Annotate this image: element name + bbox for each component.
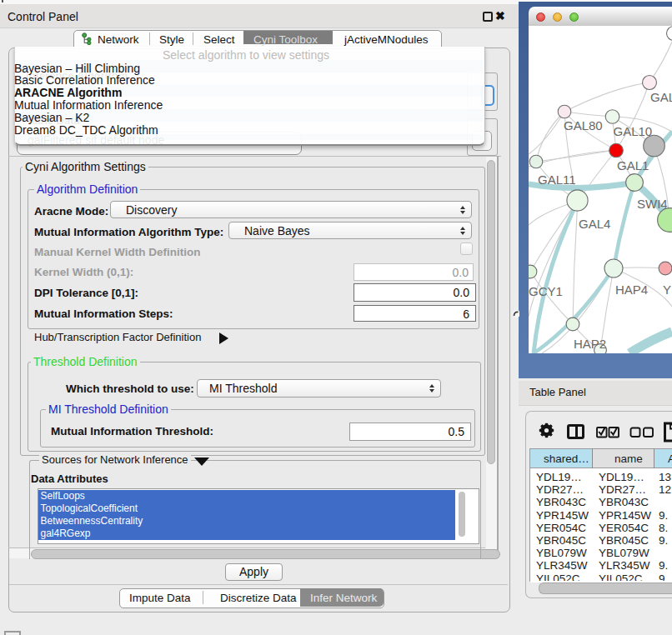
- svg-text:SWI4: SWI4: [637, 197, 668, 211]
- svg-text:HAP4: HAP4: [615, 282, 648, 297]
- svg-text:Y: Y: [663, 282, 671, 297]
- svg-text:GAL7: GAL7: [650, 90, 672, 104]
- svg-text:GAL11: GAL11: [538, 172, 576, 187]
- svg-text:GCY1: GCY1: [529, 284, 563, 298]
- svg-text:GAL10: GAL10: [614, 124, 653, 138]
- svg-text:GAL1: GAL1: [617, 158, 649, 172]
- svg-text:GAL4: GAL4: [579, 217, 610, 231]
- svg-text:GAL80: GAL80: [564, 118, 603, 132]
- svg-text:HAP2: HAP2: [574, 337, 606, 351]
